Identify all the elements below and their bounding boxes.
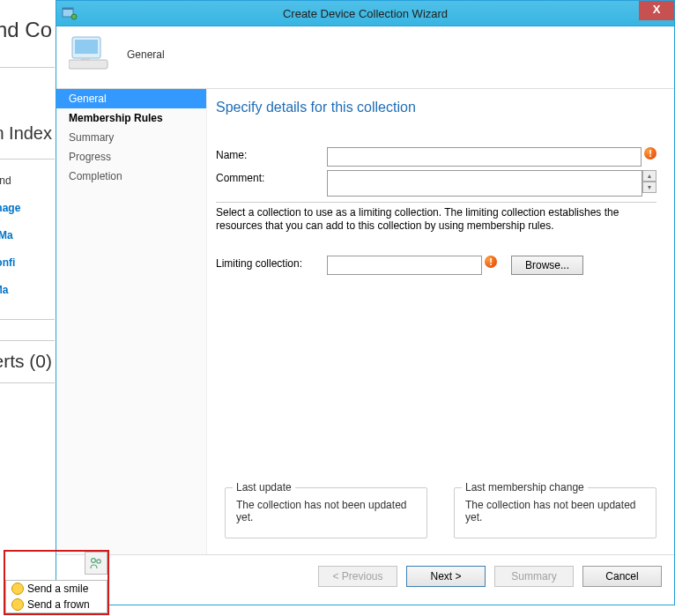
computer-icon [69,33,111,76]
name-label: Name: [216,147,327,161]
background-window: and Co on Index e users and ons: Manage … [0,0,56,616]
limiting-label: Limiting collection: [216,256,327,270]
wizard-dialog: Create Device Collection Wizard X Genera… [56,0,675,605]
browse-button[interactable]: Browse... [511,256,583,275]
previous-button: < Previous [318,566,397,587]
wizard-header: General [56,26,674,89]
smile-icon [11,583,24,595]
page-heading: Specify details for this collection [216,100,656,115]
wizard-nav: General Membership Rules Summary Progres… [56,89,207,554]
svg-rect-4 [75,40,98,54]
error-icon: ! [644,147,656,160]
last-change-text: The collection has not been updated yet. [465,499,635,523]
nav-item-completion[interactable]: Completion [56,167,206,186]
header-label: General [127,48,165,61]
feedback-button[interactable] [85,552,108,575]
svg-point-8 [97,560,100,563]
frown-icon [11,598,24,611]
wizard-footer: < Previous Next > Summary Cancel [56,554,674,597]
nav-item-membership-rules[interactable]: Membership Rules [56,108,206,128]
nav-item-summary[interactable]: Summary [56,128,206,147]
last-update-title: Last update [233,481,295,494]
people-icon [89,556,103,570]
send-smile-item[interactable]: Send a smile [6,581,107,597]
titlebar[interactable]: Create Device Collection Wizard X [56,1,674,26]
last-update-text: The collection has not been updated yet. [236,499,406,523]
bg-title: and Co [0,18,52,42]
close-button[interactable]: X [639,1,674,20]
error-icon: ! [485,256,497,268]
nav-item-general[interactable]: General [56,89,206,108]
svg-rect-5 [69,60,108,69]
limiting-collection-input[interactable] [327,256,482,275]
bg-links: e users and ons: Manage gration: Ma erin… [0,167,20,304]
last-change-title: Last membership change [462,481,588,494]
last-update-box: Last update The collection has not been … [225,487,427,538]
summary-button: Summary [494,566,574,587]
bg-subtitle: on Index [0,123,52,144]
help-text: Select a collection to use as a limiting… [216,206,656,233]
svg-rect-6 [81,58,90,61]
wizard-main: Specify details for this collection Name… [207,89,674,554]
window-title: Create Device Collection Wizard [56,7,674,20]
comment-label: Comment: [216,170,327,184]
feedback-highlight: Send a smile Send a frown [4,550,109,615]
feedback-menu: Send a smile Send a frown [5,580,108,613]
last-change-box: Last membership change The collection ha… [454,487,656,538]
cancel-button[interactable]: Cancel [582,566,662,587]
send-frown-item[interactable]: Send a frown [6,597,107,612]
next-button[interactable]: Next > [406,566,486,587]
spinner-icon[interactable]: ▴▾ [642,170,656,193]
bg-alerts: lerts (0) [0,351,52,372]
name-input[interactable] [327,147,642,167]
comment-input[interactable] [327,170,642,197]
nav-item-progress[interactable]: Progress [56,147,206,167]
svg-point-7 [92,559,96,563]
